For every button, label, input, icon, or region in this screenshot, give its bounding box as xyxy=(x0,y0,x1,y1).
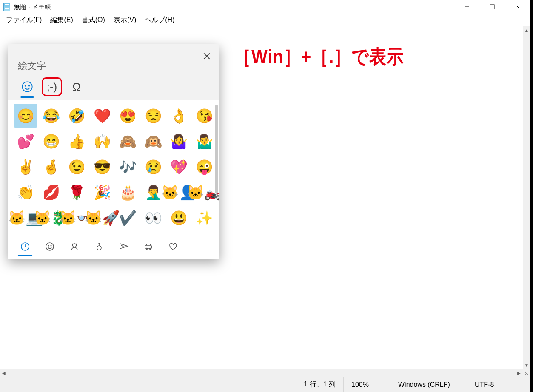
category-transport[interactable] xyxy=(137,238,160,255)
emoji-item[interactable]: 😍 xyxy=(116,104,140,128)
emoji-item[interactable]: 😊 xyxy=(14,104,37,128)
svg-rect-1 xyxy=(490,5,494,9)
svg-point-15 xyxy=(123,246,123,247)
text-cursor xyxy=(3,27,3,37)
minimize-button[interactable] xyxy=(454,0,479,14)
emoji-item[interactable]: 🤞 xyxy=(39,155,63,179)
emoji-item[interactable]: 👌 xyxy=(167,104,191,128)
title-bar: 無題 - メモ帳 xyxy=(0,0,530,14)
svg-point-12 xyxy=(51,245,51,246)
category-celebration[interactable] xyxy=(88,238,111,255)
emoji-item[interactable]: 😒 xyxy=(141,104,165,128)
maximize-button[interactable] xyxy=(479,0,505,14)
emoji-item[interactable]: 🌹 xyxy=(65,180,88,204)
category-food[interactable] xyxy=(112,238,135,255)
scroll-up-icon[interactable]: ▲ xyxy=(523,26,530,34)
emoji-item[interactable]: 😜 xyxy=(192,155,216,179)
emoji-grid-scrollbar[interactable] xyxy=(215,105,218,194)
emoji-item[interactable]: 💕 xyxy=(14,129,37,153)
emoji-item[interactable]: 😉 xyxy=(65,155,88,179)
emoji-item[interactable]: 👍 xyxy=(65,129,88,153)
horizontal-scrollbar[interactable]: ◀ ▶ xyxy=(0,369,523,377)
svg-point-10 xyxy=(46,243,54,250)
emoji-item[interactable]: 💋 xyxy=(39,180,63,204)
resize-grip[interactable] xyxy=(523,369,530,377)
category-people[interactable] xyxy=(63,238,86,255)
emoji-item[interactable]: ✌️ xyxy=(14,155,37,179)
tab-kaomoji[interactable]: ;-) xyxy=(42,77,62,96)
svg-point-6 xyxy=(22,82,32,91)
scroll-left-icon[interactable]: ◀ xyxy=(0,369,8,377)
category-recent[interactable] xyxy=(14,238,37,255)
menu-view[interactable]: 表示(V) xyxy=(109,14,140,26)
svg-point-13 xyxy=(73,244,76,247)
status-cursor-position: 1 行、1 列 xyxy=(296,377,343,392)
emoji-item[interactable]: 🎂 xyxy=(116,180,140,204)
emoji-item[interactable]: 🙉 xyxy=(141,129,165,153)
menu-edit[interactable]: 編集(E) xyxy=(46,14,77,26)
annotation-overlay: ［Win］+［.］で表示 xyxy=(234,43,404,70)
svg-point-18 xyxy=(146,248,148,250)
vertical-scrollbar[interactable]: ▲ ▼ xyxy=(523,26,530,369)
notepad-icon xyxy=(3,3,10,11)
emoji-item[interactable]: 🐱‍🚀 xyxy=(90,206,114,230)
emoji-item[interactable]: 🐱‍🏍 xyxy=(192,180,216,204)
menu-file[interactable]: ファイル(F) xyxy=(2,14,46,26)
scroll-down-icon[interactable]: ▼ xyxy=(523,361,530,369)
menu-format[interactable]: 書式(O) xyxy=(77,14,109,26)
menu-bar: ファイル(F) 編集(E) 書式(O) 表示(V) ヘルプ(H) xyxy=(0,14,530,26)
menu-help[interactable]: ヘルプ(H) xyxy=(140,14,179,26)
emoji-item[interactable]: 😁 xyxy=(39,129,63,153)
emoji-item[interactable]: 👏 xyxy=(14,180,37,204)
status-zoom: 100% xyxy=(343,377,390,392)
emoji-panel-close-button[interactable] xyxy=(201,50,213,62)
emoji-item[interactable]: 😘 xyxy=(192,104,216,128)
emoji-item[interactable]: 🙈 xyxy=(116,129,140,153)
tab-emoji[interactable] xyxy=(17,77,37,96)
status-encoding: UTF-8 xyxy=(467,377,530,392)
emoji-item[interactable]: ❤️ xyxy=(90,104,114,128)
emoji-grid: 😊😂🤣❤️😍😒👌😘💕😁👍🙌🙈🙉🤷‍♀️🤷‍♂️✌️🤞😉😎🎶😢💖😜👏💋🌹🎉🎂🤦‍♂… xyxy=(14,104,214,230)
window-title: 無題 - メモ帳 xyxy=(14,3,51,11)
status-bar: 1 行、1 列 100% Windows (CRLF) UTF-8 xyxy=(0,377,530,392)
emoji-item[interactable]: 🎉 xyxy=(90,180,114,204)
emoji-item[interactable]: 🎶 xyxy=(116,155,140,179)
emoji-item[interactable]: 🤷‍♂️ xyxy=(192,129,216,153)
emoji-item[interactable]: 👀 xyxy=(141,206,165,230)
emoji-tab-bar: ;-) Ω xyxy=(8,76,219,100)
svg-point-14 xyxy=(97,246,101,250)
svg-rect-17 xyxy=(145,246,152,248)
close-button[interactable] xyxy=(505,0,530,14)
emoji-category-bar xyxy=(8,236,219,259)
category-smileys[interactable] xyxy=(38,238,61,255)
emoji-item[interactable]: 😎 xyxy=(90,155,114,179)
svg-point-16 xyxy=(121,245,122,246)
emoji-item[interactable]: 🤷‍♀️ xyxy=(167,129,191,153)
scroll-right-icon[interactable]: ▶ xyxy=(515,369,523,377)
svg-point-19 xyxy=(150,248,151,250)
emoji-item[interactable]: 😃 xyxy=(167,206,191,230)
emoji-item[interactable]: 🤣 xyxy=(65,104,88,128)
svg-point-8 xyxy=(29,85,29,86)
svg-point-11 xyxy=(48,245,49,246)
emoji-item[interactable]: ✔️ xyxy=(116,206,140,230)
emoji-item[interactable]: 🙌 xyxy=(90,129,114,153)
status-line-ending: Windows (CRLF) xyxy=(390,377,467,392)
emoji-item[interactable]: 😢 xyxy=(141,155,165,179)
svg-point-7 xyxy=(25,85,26,86)
emoji-panel-title: 絵文字 xyxy=(18,60,46,71)
category-symbols[interactable] xyxy=(162,238,185,255)
emoji-item[interactable]: 💖 xyxy=(167,155,191,179)
emoji-item[interactable]: ✨ xyxy=(192,206,216,230)
emoji-item[interactable]: 😂 xyxy=(39,104,63,128)
emoji-picker-panel: 絵文字 ;-) Ω 😊😂🤣❤️😍😒👌😘💕😁👍🙌🙈🙉🤷‍♀️🤷‍♂️✌️🤞😉😎🎶😢… xyxy=(8,44,219,259)
tab-symbols[interactable]: Ω xyxy=(66,77,87,96)
